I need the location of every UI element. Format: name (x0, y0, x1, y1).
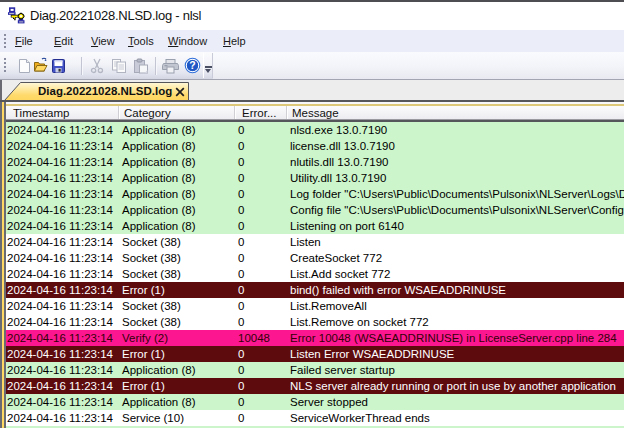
svg-text:?: ? (189, 59, 195, 71)
